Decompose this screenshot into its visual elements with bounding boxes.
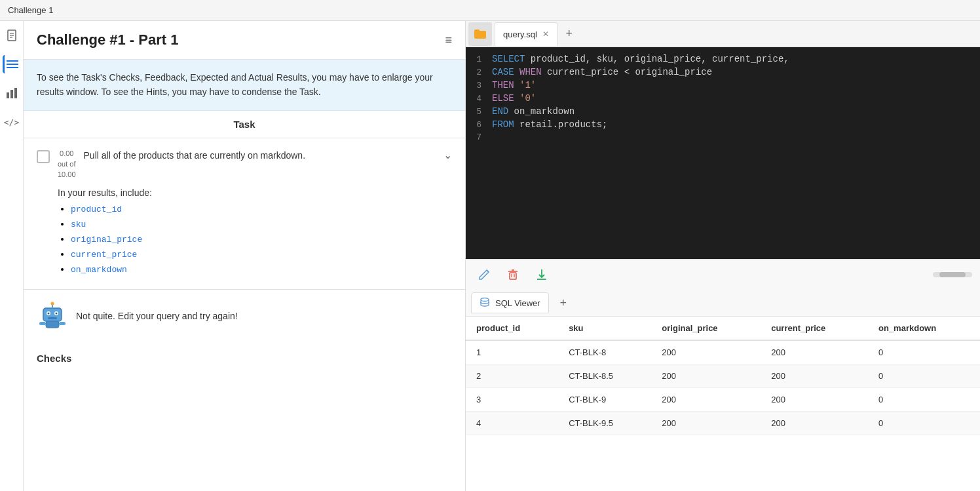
line-content-3: THEN '1'	[492, 80, 980, 90]
sidebar-icon-file[interactable]	[3, 26, 21, 45]
svg-point-17	[51, 302, 54, 305]
line-number-7: 7	[466, 132, 492, 142]
list-item-product-id: product_id	[71, 203, 452, 214]
line-content-6: FROM retail.products;	[492, 119, 980, 130]
main-area: </> Challenge #1 - Part 1 ≡ To see the T…	[0, 21, 980, 491]
data-table: product_id sku original_price current_pr…	[466, 317, 980, 435]
title-bar: Challenge 1	[0, 0, 980, 21]
col-header-current-price: current_price	[761, 317, 868, 340]
cell-on_markdown: 0	[868, 340, 980, 364]
line-content-1: SELECT product_id, sku, original_price, …	[492, 54, 980, 64]
editor-tab-query-sql[interactable]: query.sql ✕	[495, 22, 557, 46]
svg-rect-19	[39, 322, 46, 325]
svg-rect-8	[10, 90, 13, 98]
results-table[interactable]: product_id sku original_price current_pr…	[466, 317, 980, 492]
table-row: 4CT-BLK-9.52002000	[466, 411, 980, 435]
database-icon	[480, 298, 490, 309]
field-link-sku[interactable]: sku	[71, 220, 86, 229]
table-row: 1CT-BLK-82002000	[466, 340, 980, 364]
score-value: 0.00	[60, 149, 73, 158]
sql-viewer: SQL Viewer + product_id sku original_pri…	[466, 290, 980, 492]
viewer-add-button[interactable]: +	[554, 294, 573, 312]
cell-original_price: 200	[651, 411, 761, 435]
col-header-on-markdown: on_markdown	[868, 317, 980, 340]
cell-product_id: 4	[466, 411, 558, 435]
task-item-header: 0.00 out of 10.00 Pull all of the produc…	[37, 149, 452, 180]
robot-message: Not quite. Edit your query and try again…	[76, 311, 238, 321]
cell-sku: CT-BLK-9	[558, 387, 651, 411]
editor-tabs: query.sql ✕ +	[466, 21, 980, 47]
task-section: Task 0.00 out of 10.00 Pull all of the p…	[24, 111, 465, 290]
editor-toolbar	[466, 259, 980, 290]
cell-on_markdown: 0	[868, 387, 980, 411]
task-description: Pull all of the products that are curren…	[84, 149, 436, 163]
panel-header: Challenge #1 - Part 1 ≡	[24, 21, 465, 60]
folder-icon-button[interactable]	[468, 22, 492, 46]
tab-label: query.sql	[503, 29, 537, 39]
sidebar-icon-chart[interactable]	[3, 84, 21, 102]
right-panel: query.sql ✕ + 1 SELECT product_id, sku, …	[466, 21, 980, 491]
task-header: Task	[24, 111, 465, 138]
code-line-1: 1 SELECT product_id, sku, original_price…	[466, 52, 980, 66]
code-line-2: 2 CASE WHEN current_price < original_pri…	[466, 66, 980, 79]
cell-on_markdown: 0	[868, 364, 980, 387]
list-item-sku: sku	[71, 218, 452, 229]
table-row: 2CT-BLK-8.52002000	[466, 364, 980, 387]
cell-on_markdown: 0	[868, 411, 980, 435]
cell-current_price: 200	[761, 340, 868, 364]
cell-current_price: 200	[761, 411, 868, 435]
cell-product_id: 1	[466, 340, 558, 364]
code-editor[interactable]: 1 SELECT product_id, sku, original_price…	[466, 47, 980, 259]
title-bar-text: Challenge 1	[8, 5, 53, 15]
col-header-product-id: product_id	[466, 317, 558, 340]
cell-original_price: 200	[651, 364, 761, 387]
table-body: 1CT-BLK-820020002CT-BLK-8.520020003CT-BL…	[466, 340, 980, 435]
edit-button[interactable]	[474, 264, 495, 285]
col-header-sku: sku	[558, 317, 651, 340]
svg-rect-20	[59, 322, 66, 325]
svg-rect-15	[48, 317, 57, 319]
field-link-on-markdown[interactable]: on_markdown	[71, 265, 127, 275]
list-item-original-price: original_price	[71, 233, 452, 245]
line-number-3: 3	[466, 81, 492, 90]
left-panel: Challenge #1 - Part 1 ≡ To see the Task'…	[24, 21, 466, 491]
task-field-list: product_id sku original_price current_pr…	[58, 203, 452, 275]
download-button[interactable]	[531, 264, 552, 285]
hamburger-icon[interactable]: ≡	[445, 33, 452, 47]
viewer-tab-sql[interactable]: SQL Viewer	[471, 292, 549, 313]
field-link-product-id[interactable]: product_id	[71, 205, 122, 214]
task-include-label: In your results, include:	[58, 187, 452, 198]
cell-sku: CT-BLK-8.5	[558, 364, 651, 387]
list-item-on-markdown: on_markdown	[71, 264, 452, 275]
line-number-2: 2	[466, 68, 492, 77]
info-box: To see the Task's Checks, Feedback, Expe…	[24, 60, 465, 111]
sidebar-icon-code[interactable]: </>	[3, 113, 21, 131]
svg-point-28	[481, 298, 489, 301]
robot-icon	[37, 300, 68, 332]
tab-add-button[interactable]: +	[560, 25, 578, 43]
field-link-original-price[interactable]: original_price	[71, 235, 142, 245]
scrollbar-thumb	[939, 272, 966, 277]
code-line-3: 3 THEN '1'	[466, 79, 980, 92]
tab-close-icon[interactable]: ✕	[542, 29, 549, 39]
robot-section: Not quite. Edit your query and try again…	[24, 290, 465, 342]
chevron-down-icon[interactable]: ⌄	[443, 149, 452, 161]
sidebar-icon-menu[interactable]	[3, 55, 21, 73]
svg-rect-21	[510, 273, 516, 279]
score-out-of: out of	[58, 159, 76, 168]
cell-current_price: 200	[761, 364, 868, 387]
line-number-5: 5	[466, 107, 492, 117]
checks-section: Checks	[24, 342, 465, 374]
field-link-current-price[interactable]: current_price	[71, 250, 137, 260]
line-number-1: 1	[466, 54, 492, 64]
svg-rect-9	[14, 88, 17, 98]
task-checkbox[interactable]	[37, 150, 50, 163]
app-container: Challenge 1	[0, 0, 980, 491]
task-item: 0.00 out of 10.00 Pull all of the produc…	[24, 138, 465, 289]
horizontal-scrollbar[interactable]	[933, 272, 972, 277]
code-line-7: 7	[466, 131, 980, 144]
line-content-4: ELSE '0'	[492, 93, 980, 104]
cell-product_id: 2	[466, 364, 558, 387]
delete-button[interactable]	[502, 264, 523, 285]
checks-title: Checks	[37, 353, 71, 364]
